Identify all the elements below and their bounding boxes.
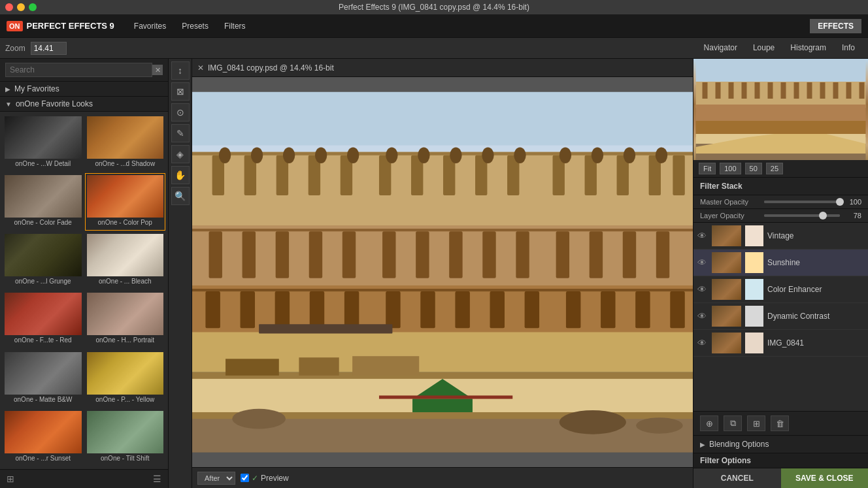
zoom-input[interactable] <box>31 42 67 55</box>
tab-loupe[interactable]: Loupe <box>745 41 782 56</box>
search-clear-button[interactable]: ✕ <box>152 65 163 75</box>
layer-opacity-thumb[interactable] <box>819 212 827 220</box>
preset-item-3[interactable]: onOne - Color Pop <box>85 173 166 231</box>
transform-tool[interactable]: ⊙ <box>171 103 190 122</box>
svg-rect-74 <box>379 395 512 399</box>
layer-visibility-icon-3[interactable]: 👁 <box>697 311 708 321</box>
add-filter-button[interactable]: ⊕ <box>700 415 718 431</box>
preset-item-7[interactable]: onOne - H... Portrait <box>85 291 166 348</box>
svg-point-29 <box>559 148 571 164</box>
preset-item-5[interactable]: onOne - ... Bleach <box>85 232 166 289</box>
brush-tool[interactable]: ✎ <box>171 124 190 142</box>
filter-layer-0[interactable]: 👁 Vintage <box>693 223 868 250</box>
svg-rect-63 <box>635 291 650 328</box>
minimize-button[interactable] <box>17 3 25 11</box>
preset-label-7: onOne - H... Portrait <box>87 335 164 345</box>
preset-item-6[interactable]: onOne - F...te - Red <box>3 291 84 348</box>
zoom-25-button[interactable]: 25 <box>766 163 783 174</box>
filter-layer-4[interactable]: 👁 IMG_0841 <box>693 330 868 357</box>
preset-item-4[interactable]: onOne - ...l Grunge <box>3 232 84 289</box>
layer-visibility-icon-0[interactable]: 👁 <box>697 231 708 241</box>
preset-item-2[interactable]: onOne - Color Fade <box>3 173 84 231</box>
svg-rect-96 <box>846 82 852 99</box>
svg-rect-89 <box>755 82 760 99</box>
window-title: Perfect Effects 9 (IMG_0841 copy.psd @ 1… <box>339 3 529 12</box>
filter-layer-3[interactable]: 👁 Dynamic Contrast <box>693 303 868 330</box>
svg-point-27 <box>482 148 493 164</box>
fit-zoom-button[interactable]: Fit <box>699 163 716 174</box>
layer-swatch-0 <box>745 225 763 246</box>
layer-visibility-icon-1[interactable]: 👁 <box>697 257 708 268</box>
svg-rect-88 <box>742 82 747 99</box>
layer-swatch-1 <box>745 252 763 273</box>
filter-layer-1[interactable]: 👁 Sunshine <box>693 250 868 276</box>
preset-item-10[interactable]: onOne - ...r Sunset <box>3 409 84 466</box>
preset-item-9[interactable]: onOne - P... - Yellow <box>85 350 166 408</box>
preset-label-4: onOne - ...l Grunge <box>5 276 82 286</box>
svg-point-20 <box>251 148 263 164</box>
layer-visibility-icon-2[interactable]: 👁 <box>697 284 708 295</box>
mask-filter-button[interactable]: ⊞ <box>747 415 765 431</box>
close-button[interactable] <box>5 3 13 11</box>
svg-rect-56 <box>386 291 400 328</box>
preset-thumb-5 <box>87 234 164 276</box>
zoom-100-button[interactable]: 100 <box>720 163 741 174</box>
select-tool[interactable]: ↕ <box>171 61 190 80</box>
grid-icon[interactable]: ⊞ <box>3 472 18 485</box>
preset-item-8[interactable]: onOne - Matte B&W <box>3 350 84 408</box>
zoom-50-button[interactable]: 50 <box>745 163 762 174</box>
search-input[interactable] <box>5 63 152 77</box>
layer-visibility-icon-4[interactable]: 👁 <box>697 338 708 348</box>
canvas-image[interactable] <box>192 77 693 467</box>
tab-close-icon[interactable]: ✕ <box>197 63 204 73</box>
chevron-down-icon: ▼ <box>5 101 12 108</box>
svg-rect-59 <box>490 291 505 328</box>
master-opacity-slider[interactable] <box>764 201 840 203</box>
layer-name-2: Color Enhancer <box>767 285 864 294</box>
layer-opacity-slider[interactable] <box>764 214 840 217</box>
svg-rect-86 <box>716 82 721 99</box>
duplicate-filter-button[interactable]: ⧉ <box>724 415 742 431</box>
list-icon[interactable]: ☰ <box>149 472 165 485</box>
zoom-tool[interactable]: 🔍 <box>171 187 190 205</box>
crop-tool[interactable]: ⊠ <box>171 82 190 101</box>
svg-rect-43 <box>482 231 495 278</box>
after-select[interactable]: After <box>197 472 235 485</box>
app-name: PERFECT EFFECTS 9 <box>27 21 114 31</box>
save-close-button[interactable]: SAVE & CLOSE <box>781 468 869 488</box>
erase-tool[interactable]: ◈ <box>171 145 190 163</box>
tab-navigator[interactable]: Navigator <box>696 41 745 56</box>
maximize-button[interactable] <box>29 3 37 11</box>
favorites-label: onOne Favorite Looks <box>16 99 93 108</box>
delete-filter-button[interactable]: 🗑 <box>771 415 789 431</box>
svg-rect-55 <box>344 291 359 328</box>
cancel-button[interactable]: CANCEL <box>693 468 781 488</box>
nav-zoom-row: Fit 100 50 25 <box>693 160 868 178</box>
preset-item-0[interactable]: onOne - ...W Detail <box>3 114 84 172</box>
filter-options-label: Filter Options <box>700 456 751 465</box>
canvas-tabs: ✕ IMG_0841 copy.psd @ 14.4% 16-bit <box>192 59 693 77</box>
hand-tool[interactable]: ✋ <box>171 166 190 184</box>
blending-options-row[interactable]: ▶ Blending Options <box>693 435 868 453</box>
tab-histogram[interactable]: Histogram <box>782 41 834 56</box>
svg-point-24 <box>386 148 397 164</box>
preset-label-11: onOne - Tilt Shift <box>87 453 164 463</box>
preview-checkbox[interactable] <box>241 474 249 482</box>
preset-item-11[interactable]: onOne - Tilt Shift <box>85 409 166 466</box>
preset-item-1[interactable]: onOne - ...d Shadow <box>85 114 166 172</box>
nav-tab-favorites[interactable]: Favorites <box>131 20 169 32</box>
main-layout: ✕ ▶ My Favorites ▼ onOne Favorite Looks … <box>0 59 868 488</box>
tab-info[interactable]: Info <box>834 41 863 56</box>
onone-favorites-section[interactable]: ▼ onOne Favorite Looks <box>0 97 168 112</box>
preset-label-9: onOne - P... - Yellow <box>87 395 164 404</box>
vertical-tools: ↕ ⊠ ⊙ ✎ ◈ ✋ 🔍 <box>169 59 192 488</box>
svg-rect-73 <box>412 399 473 412</box>
left-sidebar: ✕ ▶ My Favorites ▼ onOne Favorite Looks … <box>0 59 169 488</box>
my-favorites-section[interactable]: ▶ My Favorites <box>0 82 168 97</box>
layer-opacity-label: Layer Opacity <box>700 212 759 220</box>
master-opacity-thumb[interactable] <box>836 198 844 206</box>
filter-layer-2[interactable]: 👁 Color Enhancer <box>693 276 868 303</box>
effects-button[interactable]: EFFECTS <box>810 19 861 33</box>
nav-tab-filters[interactable]: Filters <box>222 20 248 32</box>
nav-tab-presets[interactable]: Presets <box>179 20 211 32</box>
